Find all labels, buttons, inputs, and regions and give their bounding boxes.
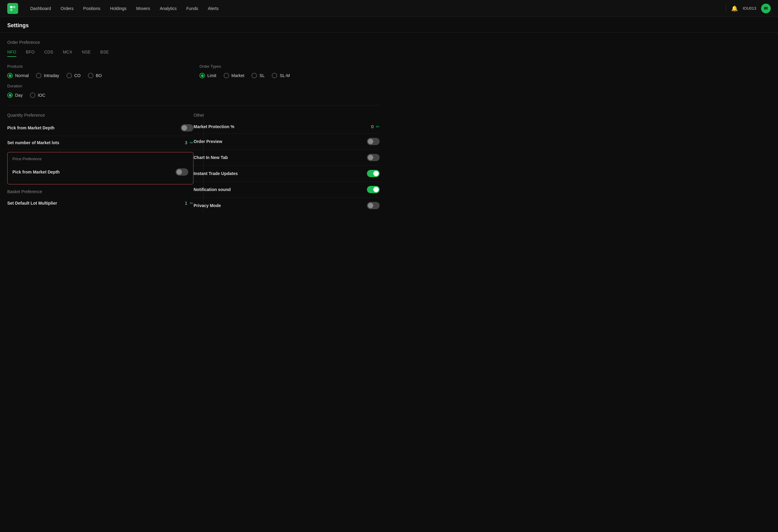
ordertype-limit[interactable]: Limit: [200, 73, 216, 78]
page-title: Settings: [7, 22, 771, 29]
notification-sound-toggle[interactable]: [367, 186, 380, 193]
ordertype-sl[interactable]: SL: [251, 73, 264, 78]
order-preview-row: Order Preview: [194, 134, 380, 150]
price-pick-market-depth-row: Pick from Market Depth: [12, 164, 188, 180]
qty-pick-market-depth-label: Pick from Market Depth: [7, 126, 55, 130]
nav-orders[interactable]: Orders: [61, 6, 74, 11]
instant-trade-row: Instant Trade Updates: [194, 166, 380, 182]
basket-lot-value: 1 ✏: [185, 201, 193, 206]
ordertype-sl-radio[interactable]: [251, 73, 257, 78]
tab-nse[interactable]: NSE: [82, 50, 91, 57]
market-protection-row: Market Protection % 0 ✏: [194, 120, 380, 134]
qty-pick-market-depth-row: Pick from Market Depth: [7, 120, 193, 136]
ordertype-slm-radio[interactable]: [272, 73, 277, 78]
privacy-mode-row: Privacy Mode: [194, 198, 380, 213]
other-col: Other Market Protection % 0 ✏ Order Prev…: [194, 113, 380, 213]
market-protection-label: Market Protection %: [194, 124, 235, 129]
basket-lot-label: Set Default Lot Multiplier: [7, 201, 57, 206]
privacy-mode-toggle[interactable]: [367, 202, 380, 209]
order-preview-toggle[interactable]: [367, 138, 380, 145]
price-pick-market-depth-toggle[interactable]: [176, 168, 188, 176]
market-protection-number: 0: [371, 124, 374, 129]
product-intraday-radio[interactable]: [36, 73, 42, 78]
order-types-label: Order Types: [200, 64, 380, 69]
notification-sound-row: Notification sound: [194, 182, 380, 198]
duration-label: Duration: [7, 84, 380, 88]
basket-lot-edit-icon[interactable]: ✏: [190, 201, 193, 206]
svg-rect-2: [10, 8, 12, 11]
order-preview-label: Order Preview: [194, 139, 223, 144]
nav-positions[interactable]: Positions: [83, 6, 100, 11]
product-co-radio[interactable]: [67, 73, 72, 78]
tab-cds[interactable]: CDS: [44, 50, 53, 57]
duration-section: Duration Day IOC: [7, 84, 380, 98]
notification-sound-label: Notification sound: [194, 187, 231, 192]
duration-ioc-radio[interactable]: [30, 92, 35, 98]
page-header: Settings: [0, 17, 778, 33]
ordertype-market[interactable]: Market: [224, 73, 244, 78]
basket-pref-title: Basket Preference: [7, 189, 193, 194]
market-protection-edit-icon[interactable]: ✏: [376, 124, 380, 129]
products-label: Products: [7, 64, 187, 69]
duration-day-radio[interactable]: [7, 92, 13, 98]
ordertype-limit-radio[interactable]: [200, 73, 205, 78]
qty-price-basket-col: Quantity Preference Pick from Market Dep…: [7, 113, 193, 213]
tab-nfo[interactable]: NFO: [7, 50, 16, 57]
market-protection-value: 0 ✏: [371, 124, 380, 129]
svg-rect-3: [13, 8, 15, 11]
nav-analytics[interactable]: Analytics: [160, 6, 177, 11]
products-radio-group: Normal Intraday CO BO: [7, 73, 187, 78]
bell-icon[interactable]: 🔔: [731, 5, 738, 12]
nav-dashboard[interactable]: Dashboard: [30, 6, 51, 11]
price-pref-title: Price Preference: [12, 157, 188, 161]
nav-holdings[interactable]: Holdings: [110, 6, 126, 11]
svg-rect-0: [10, 6, 12, 8]
instant-trade-toggle[interactable]: [367, 170, 380, 177]
product-bo-radio[interactable]: [88, 73, 93, 78]
chart-new-tab-label: Chart In New Tab: [194, 155, 228, 160]
products-col: Products Normal Intraday CO: [7, 64, 187, 84]
account-label[interactable]: IOU013: [743, 6, 756, 11]
qty-pick-market-depth-toggle[interactable]: [181, 124, 193, 132]
basket-lot-number: 1: [185, 201, 187, 206]
product-co[interactable]: CO: [67, 73, 81, 78]
settings-page: Settings Order Preference NFO BFO CDS MC…: [0, 17, 778, 221]
nav-alerts[interactable]: Alerts: [208, 6, 219, 11]
tab-bfo[interactable]: BFO: [26, 50, 35, 57]
order-types-radio-group: Limit Market SL SL-M: [200, 73, 380, 78]
qty-lots-edit-icon[interactable]: ✏: [190, 140, 193, 145]
privacy-mode-label: Privacy Mode: [194, 203, 221, 208]
navbar: Dashboard Orders Positions Holdings Move…: [0, 0, 778, 17]
product-intraday[interactable]: Intraday: [36, 73, 59, 78]
avatar[interactable]: IR: [761, 4, 771, 13]
price-preference-box: Price Preference Pick from Market Depth: [7, 152, 193, 184]
qty-lots-number: 3: [185, 140, 187, 145]
nav-links: Dashboard Orders Positions Holdings Move…: [30, 6, 726, 11]
chart-new-tab-toggle[interactable]: [367, 154, 380, 161]
qty-pref-title: Quantity Preference: [7, 113, 193, 118]
instant-trade-label: Instant Trade Updates: [194, 171, 238, 176]
order-types-col: Order Types Limit Market SL: [200, 64, 380, 84]
duration-radio-group: Day IOC: [7, 92, 380, 98]
product-normal[interactable]: Normal: [7, 73, 29, 78]
tab-mcx[interactable]: MCX: [63, 50, 72, 57]
order-preference-tabs: NFO BFO CDS MCX NSE BSE: [7, 50, 380, 57]
logo[interactable]: [7, 3, 18, 14]
qty-set-market-lots-row: Set number of Market lots 3 ✏: [7, 136, 193, 150]
duration-day[interactable]: Day: [7, 92, 23, 98]
nav-funds[interactable]: Funds: [186, 6, 198, 11]
svg-rect-1: [13, 6, 15, 8]
product-bo[interactable]: BO: [88, 73, 102, 78]
basket-lot-multiplier-row: Set Default Lot Multiplier 1 ✏: [7, 197, 193, 210]
chart-new-tab-row: Chart In New Tab: [194, 150, 380, 166]
ordertype-slm[interactable]: SL-M: [272, 73, 290, 78]
ordertype-market-radio[interactable]: [224, 73, 229, 78]
order-preference-title: Order Preference: [7, 40, 380, 45]
duration-ioc[interactable]: IOC: [30, 92, 45, 98]
nav-right: 🔔 IOU013 IR: [726, 4, 771, 13]
product-normal-radio[interactable]: [7, 73, 13, 78]
nav-movers[interactable]: Movers: [136, 6, 150, 11]
tab-bse[interactable]: BSE: [100, 50, 109, 57]
order-preference-section: Order Preference NFO BFO CDS MCX NSE BSE…: [7, 40, 380, 98]
products-ordertypes-row: Products Normal Intraday CO: [7, 64, 380, 84]
